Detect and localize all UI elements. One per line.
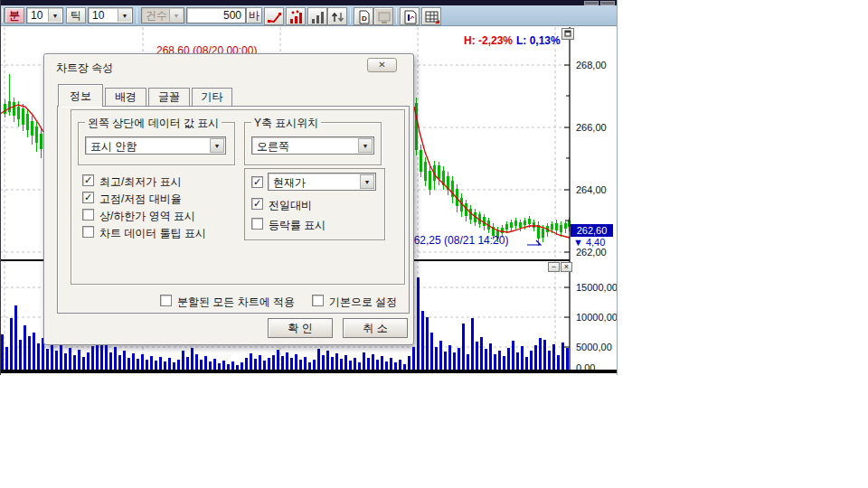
- volume-close-button[interactable]: ×: [561, 262, 572, 272]
- close-icon[interactable]: ✕: [367, 58, 397, 72]
- checkbox-label: 분할된 모든 차트에 적용: [177, 295, 295, 310]
- checkbox-label: 기본으로 설정: [329, 295, 397, 310]
- checkbox-label: 상/하한가 영역 표시: [99, 209, 195, 224]
- widget-border: [617, 0, 618, 375]
- widget-border: [0, 0, 1, 375]
- checkbox-icon[interactable]: ✓: [82, 174, 94, 186]
- volume-tick-label: 5000,00: [576, 342, 612, 352]
- yaxis-position-combo[interactable]: 오른쪽 ▼: [251, 136, 374, 155]
- checkbox-label: 최고/최저가 표시: [99, 174, 182, 190]
- checkbox-icon[interactable]: [82, 226, 94, 238]
- volume-tick-label: 15000,00: [576, 282, 618, 293]
- low-annotation: 262,25 (08/21 14:20): [408, 234, 508, 247]
- tab-3[interactable]: 글꼴: [148, 88, 190, 107]
- tab-2[interactable]: 배경: [105, 88, 146, 107]
- price-tick-label: 262,00: [576, 247, 607, 258]
- cancel-button[interactable]: 취 소: [343, 318, 408, 338]
- chevron-down-icon[interactable]: ▼: [358, 138, 373, 153]
- checkbox-label: 고점/저점 대비율: [99, 192, 182, 207]
- checkbox-icon[interactable]: ✓: [82, 192, 94, 203]
- low-percent-label: L: 0,13%: [516, 34, 561, 47]
- checkbox-icon[interactable]: ✓: [251, 198, 263, 210]
- volume-tick-label: 0,00: [576, 362, 595, 373]
- price-tick-label: 266,00: [576, 122, 607, 133]
- volume-tick-label: 10000,00: [576, 312, 618, 323]
- data-value-combo[interactable]: 표시 안함 ▼: [85, 136, 226, 155]
- restore-pane-button[interactable]: [561, 28, 574, 40]
- current-price-badge: 262,60: [571, 224, 613, 237]
- checkbox-icon[interactable]: [160, 295, 172, 306]
- dialog-title: 차트장 속성: [56, 61, 113, 76]
- checkbox-label: 전일대비: [269, 198, 312, 213]
- tab-1[interactable]: 정보: [58, 84, 103, 107]
- high-percent-label: H: -2,23%: [464, 34, 513, 47]
- current-price-combo[interactable]: 현재가 ▼: [268, 173, 376, 191]
- checkbox-icon[interactable]: [312, 295, 324, 306]
- checkbox-icon[interactable]: ✓: [251, 176, 263, 188]
- screen: 분 10 ▼ 틱 10 ▼ 건수 ▼ 500 바: [0, 0, 868, 488]
- current-price-change: ▼ 4,40: [573, 237, 605, 248]
- chart-properties-dialog: 차트장 속성 ✕ 정보배경글꼴기타 왼쪽 상단에 데이터 값 표시 표시 안함 …: [43, 53, 414, 345]
- checkbox-icon[interactable]: [82, 209, 94, 221]
- checkbox-label: 등락률 표시: [269, 218, 326, 233]
- price-tick-label: 268,00: [576, 60, 607, 70]
- chevron-down-icon[interactable]: ▼: [360, 174, 374, 189]
- checkbox-icon[interactable]: [251, 218, 263, 230]
- ok-button[interactable]: 확 인: [268, 318, 333, 338]
- price-tick-label: 264,00: [576, 184, 607, 195]
- tab-4[interactable]: 기타: [192, 88, 232, 107]
- chevron-down-icon[interactable]: ▼: [210, 138, 224, 153]
- checkbox-label: 차트 데이터 툴팁 표시: [99, 226, 206, 241]
- volume-minimize-button[interactable]: −: [548, 262, 560, 272]
